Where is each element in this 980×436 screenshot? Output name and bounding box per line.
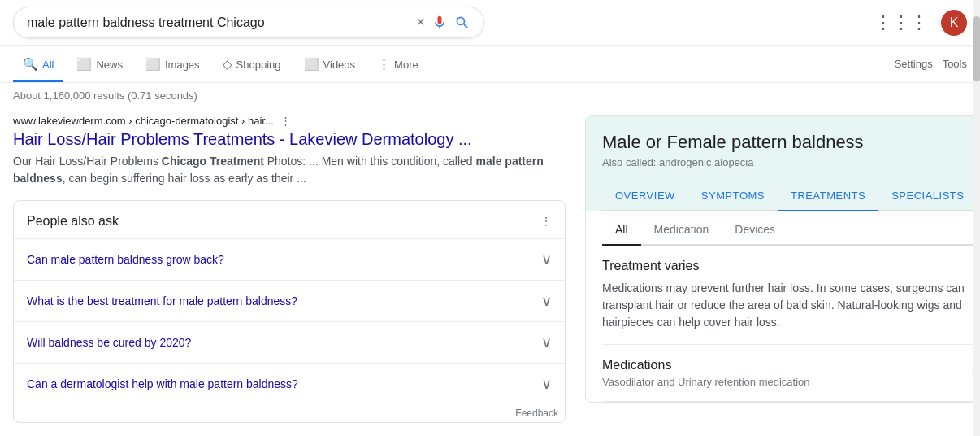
paa-chevron-4-icon: ∨: [541, 375, 552, 393]
search-bar: ×: [13, 7, 484, 38]
kp-medication-info: Medications Vasodilator and Urinary rete…: [602, 358, 810, 388]
images-icon: ⬜: [145, 57, 161, 72]
scrollbar-thumb[interactable]: [973, 16, 980, 81]
paa-question-4: Can a dermatologist help with male patte…: [27, 377, 298, 390]
all-icon: 🔍: [23, 57, 38, 72]
kp-medication-row[interactable]: Medications Vasodilator and Urinary rete…: [602, 345, 977, 402]
paa-header: People also ask ⋮: [14, 201, 565, 238]
tab-all-label: All: [42, 59, 54, 71]
organic-result: www.lakeviewderm.com › chicago-dermatolo…: [13, 115, 566, 187]
kp-tab-treatments[interactable]: TREATMENTS: [778, 181, 878, 211]
tab-all[interactable]: 🔍 All: [13, 49, 63, 82]
kp-treatment-title: Treatment varies: [602, 259, 977, 273]
kp-subtitle: Also called: androgenic alopecia: [602, 156, 977, 168]
kp-body: All Medication Devices Treatment varies …: [586, 211, 980, 402]
kp-title: Male or Female pattern baldness: [602, 132, 977, 153]
search-input[interactable]: [27, 15, 410, 30]
videos-icon: ⬜: [304, 57, 319, 72]
kp-subtab-medication[interactable]: Medication: [641, 215, 722, 246]
paa-question-1: Can male pattern baldness grow back?: [27, 253, 224, 266]
search-icon[interactable]: [454, 15, 470, 31]
paa-chevron-1-icon: ∨: [541, 251, 552, 268]
kp-tab-symptoms[interactable]: SYMPTOMS: [688, 181, 778, 211]
paa-item-4[interactable]: Can a dermatologist help with male patte…: [14, 363, 565, 404]
knowledge-panel: Male or Female pattern baldness Also cal…: [585, 115, 980, 403]
kp-subtab-devices[interactable]: Devices: [722, 215, 788, 246]
paa-title: People also ask: [27, 214, 119, 229]
settings-link[interactable]: Settings: [895, 58, 933, 70]
tab-videos-label: Videos: [323, 59, 356, 71]
tab-shopping-label: Shopping: [236, 59, 281, 71]
tab-images-label: Images: [165, 59, 200, 71]
result-options-icon[interactable]: ⋮: [280, 115, 291, 127]
results-count: About 1,160,000 results (0.71 seconds): [0, 83, 980, 108]
main-content: www.lakeviewderm.com › chicago-dermatolo…: [0, 108, 980, 429]
result-snippet: Our Hair Loss/Hair Problems Chicago Trea…: [13, 153, 566, 187]
grid-icon[interactable]: ⋮⋮⋮: [874, 12, 928, 33]
paa-chevron-3-icon: ∨: [541, 334, 552, 351]
result-url-line: www.lakeviewderm.com › chicago-dermatolo…: [13, 115, 566, 127]
header: × ⋮⋮⋮ K: [0, 0, 980, 46]
right-column: Male or Female pattern baldness Also cal…: [585, 115, 980, 423]
kp-subtab-all[interactable]: All: [602, 215, 641, 246]
clear-icon[interactable]: ×: [416, 14, 425, 31]
kp-med-title: Medications: [602, 358, 810, 373]
kp-med-subtitle: Vasodilator and Urinary retention medica…: [602, 376, 810, 388]
tab-news[interactable]: ⬜ News: [67, 49, 132, 82]
news-icon: ⬜: [76, 57, 92, 72]
nav-tabs: 🔍 All ⬜ News ⬜ Images ◇ Shopping ⬜ Video…: [0, 46, 980, 83]
kp-treatment-text: Medications may prevent further hair los…: [602, 280, 977, 331]
result-url-text: www.lakeviewderm.com › chicago-dermatolo…: [13, 115, 274, 127]
kp-main-tabs: OVERVIEW SYMPTOMS TREATMENTS SPECIALISTS: [602, 181, 977, 211]
left-column: www.lakeviewderm.com › chicago-dermatolo…: [13, 115, 566, 423]
shopping-icon: ◇: [223, 57, 232, 72]
paa-question-3: Will baldness be cured by 2020?: [27, 336, 191, 349]
tab-images[interactable]: ⬜ Images: [136, 49, 210, 82]
kp-header: Male or Female pattern baldness Also cal…: [586, 116, 980, 211]
header-right: ⋮⋮⋮ K: [874, 10, 967, 36]
more-dots-icon: ⋮: [378, 57, 390, 72]
kp-treatment-section: Treatment varies Medications may prevent…: [602, 246, 977, 345]
avatar[interactable]: K: [941, 10, 967, 36]
tab-more-label: More: [394, 59, 418, 71]
settings-tools: Settings Tools: [895, 58, 967, 73]
paa-item-1[interactable]: Can male pattern baldness grow back? ∨: [14, 238, 565, 280]
scrollbar-track[interactable]: [973, 0, 980, 429]
people-also-ask-box: People also ask ⋮ Can male pattern baldn…: [13, 200, 566, 423]
paa-item-2[interactable]: What is the best treatment for male patt…: [14, 280, 565, 321]
tools-link[interactable]: Tools: [943, 58, 967, 70]
feedback-link[interactable]: Feedback: [14, 404, 565, 422]
kp-tab-overview[interactable]: OVERVIEW: [602, 181, 688, 211]
paa-question-2: What is the best treatment for male patt…: [27, 294, 297, 307]
kp-subtabs: All Medication Devices: [602, 211, 977, 246]
result-title[interactable]: Hair Loss/Hair Problems Treatments - Lak…: [13, 129, 566, 150]
paa-options-icon[interactable]: ⋮: [540, 215, 552, 228]
tab-news-label: News: [96, 59, 123, 71]
tab-shopping[interactable]: ◇ Shopping: [213, 49, 291, 82]
paa-chevron-2-icon: ∨: [541, 292, 552, 310]
mic-icon[interactable]: [431, 15, 448, 31]
tab-videos[interactable]: ⬜ Videos: [294, 49, 366, 82]
paa-item-3[interactable]: Will baldness be cured by 2020? ∨: [14, 321, 565, 363]
tab-more[interactable]: ⋮ More: [368, 49, 428, 82]
kp-tab-specialists[interactable]: SPECIALISTS: [878, 181, 977, 211]
